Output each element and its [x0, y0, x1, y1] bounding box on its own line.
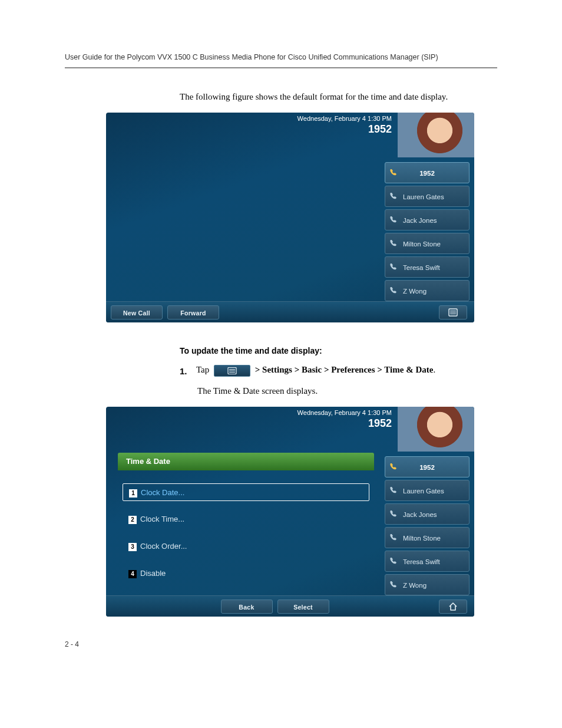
phone-icon — [389, 556, 398, 566]
contact-item[interactable]: Teresa Swift — [385, 256, 470, 278]
menu-item-label: Clock Date... — [141, 488, 184, 497]
contact-item[interactable]: Jack Jones — [385, 503, 470, 525]
contact-label: 1952 — [419, 170, 435, 177]
phone-icon — [389, 192, 398, 201]
contact-label: Milton Stone — [403, 535, 441, 542]
page-header: User Guide for the Polycom VVX 1500 C Bu… — [65, 53, 497, 68]
contact-item[interactable]: Z Wong — [385, 280, 470, 301]
intro-paragraph: The following figure shows the default f… — [180, 92, 497, 102]
phone-icon — [389, 239, 398, 248]
home-icon — [448, 602, 458, 611]
menu-item-number: 2 — [128, 516, 137, 524]
softkey-select[interactable]: Select — [277, 599, 329, 614]
contact-label: Milton Stone — [403, 241, 441, 248]
contact-label: Lauren Gates — [403, 193, 444, 200]
menu-icon — [227, 367, 237, 374]
header-title: User Guide for the Polycom VVX 1500 C Bu… — [65, 53, 438, 61]
page-number: 2 - 4 — [65, 640, 497, 648]
step-trailing: . — [433, 365, 435, 374]
phone-screen-home: Wednesday, February 4 1:30 PM 1952 1952 … — [106, 113, 474, 322]
contact-item[interactable]: Lauren Gates — [385, 480, 470, 501]
menu-item-clock-time[interactable]: 2Clock Time... — [123, 510, 369, 528]
softkey-bar: Back Select — [106, 595, 474, 617]
figure-time-date-screen: Wednesday, February 4 1:30 PM 1952 1952 … — [106, 407, 497, 617]
softkey-forward[interactable]: Forward — [167, 305, 219, 319]
contact-item[interactable]: Teresa Swift — [385, 551, 470, 572]
step-tap-word: Tap — [196, 365, 209, 374]
contact-label: Teresa Swift — [403, 264, 440, 271]
phone-icon — [389, 509, 398, 519]
contact-label: Z Wong — [403, 582, 427, 589]
menu-panel: Time & Date 1Clock Date... 2Clock Time..… — [118, 453, 374, 592]
menu-button-inline[interactable] — [214, 365, 250, 377]
menu-item-label: Disable — [140, 569, 166, 578]
menu-item-label: Clock Order... — [140, 542, 187, 551]
step-nav-path: > Settings > Basic > Preferences > Time … — [255, 365, 434, 374]
contact-label: Teresa Swift — [403, 558, 440, 565]
contact-item[interactable]: Lauren Gates — [385, 186, 470, 207]
contact-item-self[interactable]: 1952 — [385, 456, 470, 477]
softkey-new-call[interactable]: New Call — [111, 305, 163, 319]
contact-item[interactable]: Z Wong — [385, 574, 470, 595]
step-1: 1. Tap > Settings > Basic > Preferences … — [180, 365, 497, 377]
menu-item-label: Clock Time... — [140, 515, 184, 523]
phone-icon — [389, 486, 398, 495]
menu-item-clock-date[interactable]: 1Clock Date... — [123, 483, 369, 501]
status-extension: 1952 — [297, 123, 392, 136]
menu-item-clock-order[interactable]: 3Clock Order... — [123, 538, 369, 555]
menu-item-number: 1 — [129, 489, 137, 498]
softkey-bar: New Call Forward — [106, 301, 474, 322]
contact-list: 1952 Lauren Gates Jack Jones Milton Ston… — [385, 456, 470, 598]
phone-icon — [389, 215, 398, 225]
softkey-menu[interactable] — [439, 305, 467, 319]
section-heading: To update the time and date display: — [180, 346, 497, 355]
menu-item-number: 3 — [128, 543, 137, 551]
contact-label: 1952 — [419, 464, 435, 471]
status-bar: Wednesday, February 4 1:30 PM 1952 — [297, 115, 392, 136]
status-datetime: Wednesday, February 4 1:30 PM — [297, 115, 392, 122]
contact-item[interactable]: Milton Stone — [385, 527, 470, 548]
menu-title: Time & Date — [118, 453, 374, 470]
contact-label: Z Wong — [403, 288, 427, 295]
menu-icon — [448, 308, 458, 317]
phone-icon — [389, 580, 398, 589]
step-number: 1. — [180, 366, 191, 376]
contact-item[interactable]: Milton Stone — [385, 233, 470, 254]
contact-list: 1952 Lauren Gates Jack Jones Milton Ston… — [385, 162, 470, 304]
step-body: Tap > Settings > Basic > Preferences > T… — [196, 365, 435, 377]
phone-icon — [389, 168, 398, 177]
phone-icon — [389, 533, 398, 542]
status-datetime: Wednesday, February 4 1:30 PM — [297, 409, 392, 416]
phone-icon — [389, 262, 398, 272]
contact-label: Jack Jones — [403, 511, 437, 518]
contact-label: Lauren Gates — [403, 487, 444, 495]
status-extension: 1952 — [297, 417, 392, 430]
phone-screen-menu: Wednesday, February 4 1:30 PM 1952 1952 … — [106, 407, 474, 617]
phone-icon — [389, 462, 398, 472]
phone-icon — [389, 286, 398, 295]
menu-item-disable[interactable]: 4Disable — [123, 565, 369, 582]
menu-item-number: 4 — [128, 570, 137, 578]
avatar — [398, 407, 474, 452]
contact-label: Jack Jones — [403, 217, 437, 224]
avatar — [398, 113, 474, 157]
softkey-home[interactable] — [439, 599, 467, 614]
contact-item[interactable]: Jack Jones — [385, 209, 470, 230]
step-result: The Time & Date screen displays. — [197, 386, 497, 396]
softkey-back[interactable]: Back — [221, 599, 273, 614]
contact-item-self[interactable]: 1952 — [385, 162, 470, 183]
status-bar: Wednesday, February 4 1:30 PM 1952 — [297, 409, 392, 430]
figure-home-screen: Wednesday, February 4 1:30 PM 1952 1952 … — [106, 113, 497, 322]
